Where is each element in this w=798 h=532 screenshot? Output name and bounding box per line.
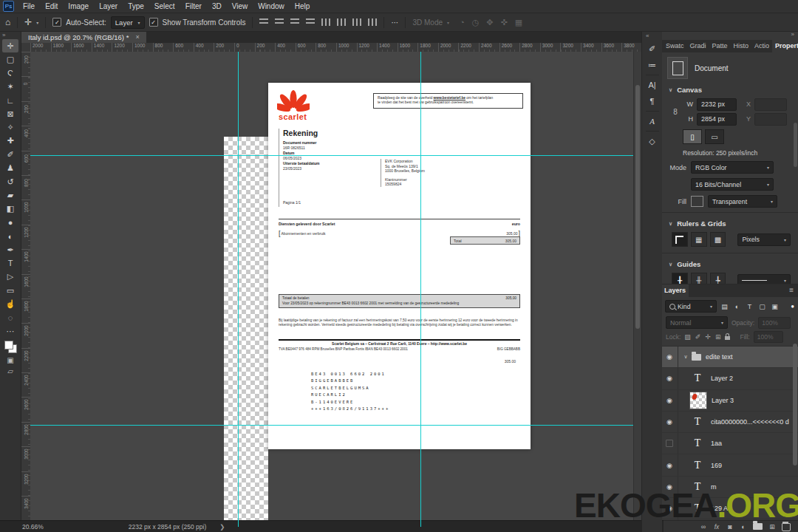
guide-vertical-2[interactable] (420, 52, 421, 527)
bit-depth-dropdown[interactable]: 16 Bits/Channel ▾ (691, 178, 774, 191)
chevron-down-icon[interactable]: ∨ (669, 262, 672, 267)
distribute-top-icon[interactable] (321, 18, 330, 26)
3d-panel-icon[interactable]: ◇ (644, 133, 661, 149)
width-input[interactable]: 2232 px (697, 98, 737, 111)
tool-blur[interactable]: ● (2, 216, 18, 229)
filter-shape-layers-icon[interactable]: ▢ (757, 301, 768, 312)
filter-pixel-layers-icon[interactable]: ▤ (719, 301, 730, 312)
close-icon[interactable]: × (135, 33, 139, 41)
panel-tab-gradi[interactable]: Gradi (687, 40, 709, 52)
panel-tab-properties[interactable]: Properties (772, 40, 798, 52)
tool-gradient[interactable]: ◧ (2, 202, 18, 216)
height-input[interactable]: 2854 px (697, 113, 737, 126)
menu-help[interactable]: Help (290, 2, 316, 10)
panel-tab-swatc[interactable]: Swatc (663, 40, 687, 52)
quick-mask-icon[interactable]: ▣ (7, 356, 13, 364)
menu-type[interactable]: Type (123, 2, 149, 10)
tool-hand[interactable]: ☝ (2, 297, 18, 310)
auto-select-checkbox[interactable]: ✓ (52, 18, 61, 27)
lock-position-icon[interactable]: ✛ (705, 333, 711, 341)
menu-edit[interactable]: Edit (40, 2, 63, 10)
guide-style-dropdown[interactable]: ▾ (737, 274, 791, 285)
scrollbar-thumb[interactable] (635, 85, 640, 329)
transparent-canvas-area[interactable] (224, 137, 268, 521)
portrait-orientation-button[interactable]: ▯ (683, 129, 702, 144)
document-canvas[interactable]: scarlet Raadpleeg de site van de overhei… (268, 83, 531, 449)
chevron-down-icon[interactable]: ▾ (36, 20, 38, 25)
link-dimensions-icon[interactable]: 8 (672, 108, 679, 116)
panel-expand-icon[interactable]: » (791, 31, 794, 40)
chevron-right-icon[interactable]: ❯ (219, 523, 225, 531)
auto-select-dropdown[interactable]: Layer ▾ (111, 16, 145, 29)
document-tab[interactable]: Italy id.psd @ 20.7% (RGB/16) * × (21, 31, 146, 43)
paragraph-panel-icon[interactable]: ¶ (644, 93, 661, 109)
guides-lock-icon[interactable]: ╫ (691, 273, 707, 284)
tool-clone-stamp[interactable]: ♟ (2, 162, 18, 175)
tool-crop[interactable]: ∟ (2, 94, 18, 107)
layer-visibility-toggle[interactable] (661, 433, 678, 454)
layer-visibility-toggle[interactable]: ◉ (661, 412, 678, 432)
toggle-rulers-button[interactable] (672, 232, 688, 247)
more-options-icon[interactable]: ⋯ (391, 18, 398, 27)
menu-select[interactable]: Select (149, 2, 180, 10)
distribute-horizontal-center-icon[interactable] (368, 18, 377, 26)
layer-row-0[interactable]: ◉∨edite text (661, 347, 798, 368)
foreground-color-swatch[interactable] (4, 341, 13, 349)
vertical-scrollbar[interactable] (633, 52, 641, 521)
guides-clear-icon[interactable]: ╄ (710, 273, 726, 284)
zoom-level[interactable]: 20.66% (22, 523, 44, 531)
filter-adjustment-layers-icon[interactable]: ◐ (732, 301, 743, 312)
guide-horizontal-1[interactable] (30, 155, 633, 156)
menu-window[interactable]: Window (253, 2, 290, 10)
tool-eyedropper[interactable]: ✧ (2, 120, 18, 134)
menu-filter[interactable]: Filter (180, 2, 207, 10)
tool-dodge[interactable]: ◐ (2, 229, 18, 242)
distribute-bottom-icon[interactable] (352, 18, 361, 26)
tool-brush[interactable]: ✐ (2, 148, 18, 161)
tool-eraser[interactable]: ▰ (2, 188, 18, 202)
panel-menu-icon[interactable]: ≡ (785, 284, 798, 297)
home-icon[interactable]: ⌂ (5, 17, 10, 27)
panel-collapse-icon[interactable]: « (642, 31, 649, 41)
glyphs-panel-icon[interactable]: A (644, 113, 661, 129)
filter-type-layers-icon[interactable]: T (744, 301, 755, 312)
fill-swatch[interactable] (691, 196, 703, 207)
character-panel-icon[interactable]: A| (644, 77, 661, 93)
layer-row-3[interactable]: ◉Tcita0000000...<<<<<<<0 d (661, 412, 798, 433)
guide-vertical-1[interactable] (238, 52, 239, 527)
layer-visibility-toggle[interactable]: ◉ (661, 454, 678, 475)
layer-visibility-toggle[interactable]: ◉ (661, 390, 678, 411)
tool-more[interactable]: ⋯ (2, 324, 18, 338)
move-tool-preset-icon[interactable]: ✛ (24, 17, 32, 27)
blend-mode-dropdown[interactable]: Normal ▾ (666, 316, 728, 329)
color-swatches[interactable] (4, 341, 17, 353)
lock-pixels-icon[interactable]: ✐ (695, 333, 701, 341)
tool-zoom[interactable]: ◌ (2, 311, 18, 324)
tool-quick-selection[interactable]: ✶ (2, 80, 18, 93)
show-transform-checkbox[interactable]: ✓ (149, 18, 158, 27)
align-left-icon[interactable] (259, 18, 268, 26)
color-mode-dropdown[interactable]: RGB Color ▾ (691, 161, 774, 174)
filter-toggle-icon[interactable]: ● (791, 303, 794, 310)
filter-smart-objects-icon[interactable]: ▣ (769, 301, 780, 312)
tool-healing-brush[interactable]: ✚ (2, 134, 18, 148)
layer-row-1[interactable]: ◉TLayer 2 (661, 368, 798, 389)
fill-dropdown[interactable]: Transparent ▾ (708, 195, 777, 208)
layer-row-2[interactable]: ◉Layer 3 (661, 390, 798, 412)
scrollbar-thumb[interactable] (793, 344, 797, 466)
tool-marquee[interactable]: ▢ (2, 52, 18, 66)
guides-toggle-icon[interactable]: ╂ (672, 273, 688, 284)
canvas-viewport[interactable]: scarlet Raadpleeg de site van de overhei… (30, 52, 634, 521)
layer-row-5[interactable]: ◉T169 (661, 454, 798, 476)
panel-tab-patte[interactable]: Patte (709, 40, 731, 52)
panel-tab-histo[interactable]: Histo (731, 40, 752, 52)
tool-shape[interactable]: ▭ (2, 284, 18, 297)
lock-artboard-icon[interactable]: ⊞ (715, 333, 721, 341)
toolbar-collapse-icon[interactable]: » (0, 31, 5, 39)
layer-visibility-toggle[interactable]: ◉ (661, 347, 678, 367)
layer-filter-dropdown[interactable]: Kind ▾ (665, 300, 717, 313)
toggle-pixel-grid-button[interactable]: ▩ (710, 232, 726, 247)
tool-frame[interactable]: ⊠ (2, 107, 18, 120)
tab-layers[interactable]: Layers (661, 284, 689, 297)
menu-view[interactable]: View (227, 2, 253, 10)
